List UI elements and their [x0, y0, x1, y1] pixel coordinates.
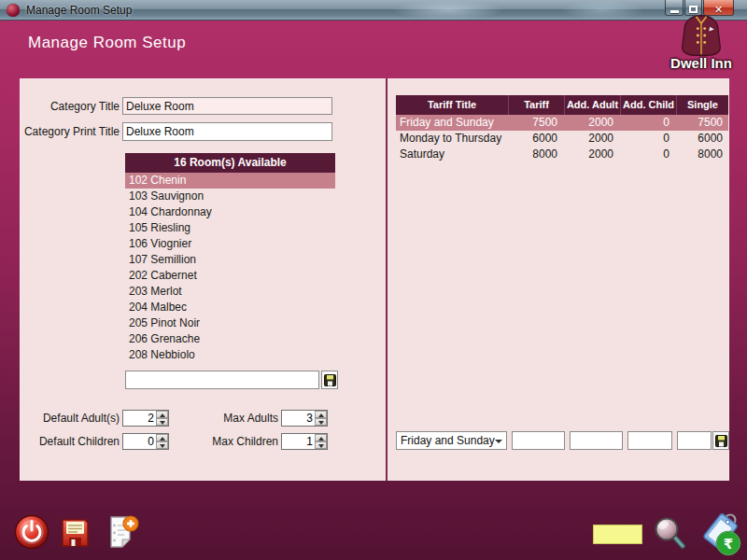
tariff-title-dropdown-value: Friday and Sunday: [401, 434, 495, 447]
new-room-input[interactable]: [125, 371, 319, 389]
tariff-input[interactable]: [512, 431, 565, 450]
search-input[interactable]: [593, 525, 642, 544]
chevron-down-icon: [495, 440, 502, 443]
tariff-row[interactable]: Monday to Thursday 6000 2000 0 6000: [396, 131, 728, 147]
default-children-value[interactable]: [123, 434, 156, 449]
room-list-item[interactable]: 205 Pinot Noir: [125, 315, 335, 331]
max-children-label: Max Children: [183, 434, 278, 450]
power-icon: [14, 514, 49, 550]
room-list-item[interactable]: 106 Viognier: [125, 236, 335, 252]
panel-divider: [386, 78, 388, 481]
cell-tariff-title: Friday and Sunday: [396, 115, 509, 131]
cell-add-adult: 2000: [565, 115, 621, 131]
main-panel: Category Title Category Print Title 16 R…: [20, 78, 729, 481]
column-header: Add. Child: [621, 95, 677, 115]
max-adults-label: Max Adults: [183, 411, 278, 427]
new-record-icon: [104, 514, 139, 550]
default-adults-stepper[interactable]: [122, 410, 169, 427]
stepper-down-icon[interactable]: [156, 441, 168, 449]
cell-add-child: 0: [621, 131, 677, 147]
cell-single: 6000: [677, 131, 728, 147]
column-header: Add. Adult: [565, 95, 621, 115]
stepper-down-icon[interactable]: [315, 441, 327, 449]
cell-add-child: 0: [621, 115, 677, 131]
stepper-down-icon[interactable]: [156, 418, 168, 426]
cell-tariff: 8000: [509, 147, 565, 162]
default-children-label: Default Children: [20, 434, 120, 450]
dwell-inn-logo: Dwell Inn: [665, 13, 738, 73]
stepper-up-icon[interactable]: [156, 434, 168, 441]
floppy-save-icon: [324, 374, 336, 386]
add-child-input[interactable]: [627, 431, 672, 450]
tariff-row[interactable]: Saturday 8000 2000 0 8000: [396, 147, 728, 162]
room-list-item[interactable]: 105 Riesling: [125, 220, 335, 236]
window-titlebar: Manage Room Setup ✕: [0, 0, 747, 21]
bellboy-jacket-icon: [673, 13, 729, 58]
max-children-value[interactable]: [282, 434, 315, 449]
stepper-down-icon[interactable]: [315, 418, 327, 426]
room-list: 16 Room(s) Available 102 Chenin 103 Sauv…: [125, 153, 335, 363]
manage-room-setup-window: Manage Room Setup ✕ Manage Room Setup Dw…: [0, 0, 747, 560]
default-children-stepper[interactable]: [122, 433, 169, 450]
single-input[interactable]: [677, 431, 712, 450]
category-print-title-input[interactable]: [122, 122, 332, 141]
column-header: Single: [677, 95, 728, 115]
cell-add-adult: 2000: [565, 131, 621, 147]
floppy-save-icon: [715, 435, 727, 447]
app-icon: [7, 4, 20, 17]
tariff-table: Tariff Title Tariff Add. Adult Add. Chil…: [396, 95, 728, 162]
save-button[interactable]: [59, 517, 91, 553]
tariff-row[interactable]: Friday and Sunday 7500 2000 0 7500: [396, 115, 728, 131]
svg-text:₹: ₹: [724, 536, 733, 553]
room-list-header: 16 Room(s) Available: [125, 153, 335, 173]
default-adults-label: Default Adult(s): [20, 411, 120, 427]
cell-tariff-title: Saturday: [396, 147, 509, 162]
tariff-table-header: Tariff Title Tariff Add. Adult Add. Chil…: [396, 95, 728, 115]
save-tariff-button[interactable]: [712, 431, 729, 450]
new-record-button[interactable]: [104, 514, 139, 553]
room-list-item[interactable]: 204 Malbec: [125, 300, 335, 315]
search-button[interactable]: [652, 515, 687, 554]
room-list-item[interactable]: 107 Semillion: [125, 252, 335, 268]
max-adults-value[interactable]: [282, 411, 315, 426]
room-list-item[interactable]: 208 Nebbiolo: [125, 347, 335, 363]
room-list-item[interactable]: 102 Chenin: [125, 173, 335, 189]
stepper-up-icon[interactable]: [315, 411, 327, 418]
logo-text: Dwell Inn: [665, 55, 738, 71]
aero-glass-highlight: [392, 0, 504, 21]
column-header: Tariff: [509, 95, 565, 115]
max-adults-stepper[interactable]: [281, 410, 328, 427]
cell-single: 7500: [677, 115, 728, 131]
max-children-stepper[interactable]: [281, 433, 328, 450]
cell-tariff-title: Monday to Thursday: [396, 131, 509, 147]
save-disk-icon: [59, 517, 91, 549]
column-header: Tariff Title: [396, 95, 509, 115]
room-list-item[interactable]: 203 Merlot: [125, 284, 335, 300]
tariff-button[interactable]: ₹: [699, 511, 742, 560]
default-adults-value[interactable]: [123, 411, 156, 426]
room-list-item[interactable]: 103 Sauvignon: [125, 189, 335, 204]
cell-add-child: 0: [621, 147, 677, 162]
save-room-button[interactable]: [321, 371, 338, 389]
cell-tariff: 7500: [509, 115, 565, 131]
rupee-price-tag-icon: ₹: [699, 511, 742, 556]
stepper-up-icon[interactable]: [315, 434, 327, 441]
aero-glass-highlight: [560, 0, 644, 21]
maximize-icon: [689, 6, 698, 13]
category-print-title-label: Category Print Title: [20, 124, 120, 140]
room-list-item[interactable]: 104 Chardonnay: [125, 204, 335, 220]
page-title: Manage Room Setup: [28, 34, 186, 52]
room-list-item[interactable]: 206 Grenache: [125, 331, 335, 347]
category-title-input[interactable]: [122, 97, 332, 115]
room-list-item[interactable]: 202 Cabernet: [125, 268, 335, 284]
tariff-title-dropdown[interactable]: Friday and Sunday: [396, 431, 507, 450]
category-title-label: Category Title: [20, 99, 120, 115]
cell-single: 8000: [677, 147, 728, 162]
exit-button[interactable]: [14, 514, 49, 553]
cell-add-adult: 2000: [565, 147, 621, 162]
window-title: Manage Room Setup: [26, 0, 132, 21]
cell-tariff: 6000: [509, 131, 565, 147]
add-adult-input[interactable]: [570, 431, 623, 450]
stepper-up-icon[interactable]: [156, 411, 168, 418]
search-icon: [652, 515, 687, 551]
